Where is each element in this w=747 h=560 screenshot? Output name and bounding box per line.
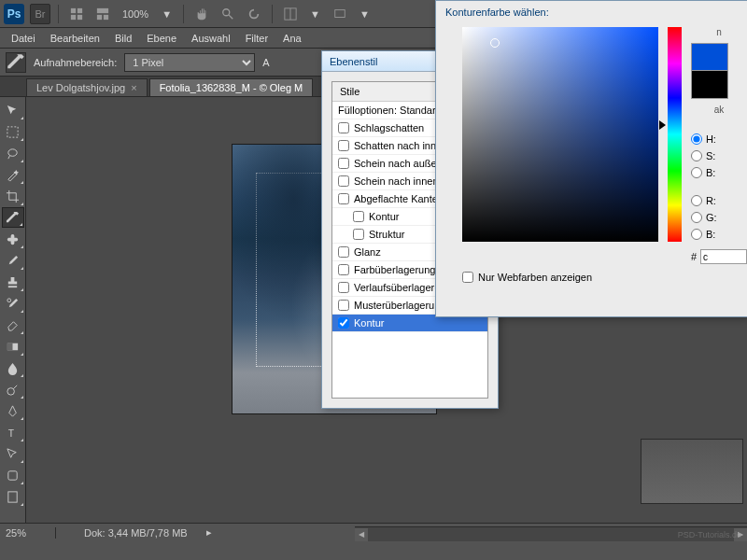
status-zoom[interactable]: 25% <box>0 527 56 539</box>
screen-icon[interactable] <box>330 4 350 24</box>
layout2-icon[interactable] <box>92 4 113 24</box>
notes-tool-icon[interactable] <box>2 486 24 507</box>
current-color-swatch[interactable] <box>691 71 728 99</box>
eyedropper-tool-icon[interactable] <box>2 207 24 228</box>
zoom-value[interactable]: 100% <box>119 8 152 20</box>
style-label: Abgeflachte Kante <box>354 193 438 204</box>
watermark: PSD-Tutorials.de <box>678 530 741 539</box>
style-checkbox[interactable] <box>338 140 349 151</box>
g-radio[interactable]: G: <box>691 212 747 223</box>
b-radio[interactable]: B: <box>691 167 747 178</box>
hex-input-row: # <box>691 249 747 264</box>
akt-label: ak <box>691 105 747 115</box>
lasso-tool-icon[interactable] <box>2 143 24 163</box>
svg-rect-11 <box>335 9 345 17</box>
hand-icon[interactable] <box>191 4 212 24</box>
menu-auswahl[interactable]: Auswahl <box>184 30 238 47</box>
arrange-icon[interactable] <box>280 4 301 24</box>
type-tool-icon[interactable]: T <box>2 422 24 442</box>
hue-slider[interactable] <box>668 27 682 242</box>
style-label: Schatten nach innen <box>354 140 447 151</box>
svg-rect-12 <box>7 126 18 136</box>
chevron-down-icon[interactable]: ▼ <box>356 8 374 20</box>
layout-icon[interactable] <box>66 4 87 24</box>
status-doc-size[interactable]: Dok: 3,44 MB/7,78 MB <box>75 527 197 539</box>
toolbox: T <box>0 97 26 541</box>
dodge-tool-icon[interactable] <box>2 379 24 399</box>
svg-rect-3 <box>78 14 82 19</box>
gradient-tool-icon[interactable] <box>2 336 24 357</box>
style-checkbox[interactable] <box>338 193 349 204</box>
sample-size-select[interactable]: 1 Pixel <box>124 53 255 72</box>
menu-filter[interactable]: Filter <box>238 30 275 47</box>
style-checkbox[interactable] <box>338 300 349 311</box>
b2-radio[interactable]: B: <box>691 229 747 240</box>
wand-tool-icon[interactable] <box>2 164 24 185</box>
style-checkbox[interactable] <box>338 282 349 293</box>
svg-rect-19 <box>7 343 13 350</box>
r-radio[interactable]: R: <box>691 195 747 206</box>
brush-tool-icon[interactable] <box>2 250 24 271</box>
shape-tool-icon[interactable] <box>2 465 24 485</box>
svg-text:T: T <box>8 428 15 439</box>
move-tool-icon[interactable] <box>2 100 24 120</box>
menu-datei[interactable]: Datei <box>4 30 43 47</box>
web-colors-checkbox[interactable] <box>462 272 473 283</box>
eraser-tool-icon[interactable] <box>2 315 24 335</box>
crop-tool-icon[interactable] <box>2 186 24 206</box>
svg-rect-0 <box>71 7 76 12</box>
chevron-down-icon[interactable]: ▼ <box>158 8 176 20</box>
heal-tool-icon[interactable] <box>2 229 24 249</box>
style-label: Musterüberlagerung <box>354 300 445 311</box>
color-field[interactable] <box>462 27 658 242</box>
tab-label: Fotolia_1362838_M - © Oleg M <box>160 82 303 93</box>
style-label: Struktur <box>369 229 405 240</box>
rotate-icon[interactable] <box>244 4 264 24</box>
svg-point-20 <box>7 387 15 395</box>
status-bar: 25% Dok: 3,44 MB/7,78 MB ▸ ◀ ▶ <box>0 523 747 541</box>
new-label: n <box>691 27 747 37</box>
scroll-left-icon[interactable]: ◀ <box>355 528 368 541</box>
style-checkbox[interactable] <box>338 246 349 258</box>
style-checkbox[interactable] <box>353 229 364 240</box>
style-checkbox[interactable] <box>338 317 349 329</box>
style-checkbox[interactable] <box>338 175 349 187</box>
bridge-icon[interactable]: Br <box>30 4 50 24</box>
style-checkbox[interactable] <box>338 264 349 275</box>
svg-point-13 <box>8 148 17 156</box>
doc-tab[interactable]: Fotolia_1362838_M - © Oleg M <box>149 78 314 96</box>
path-tool-icon[interactable] <box>2 443 24 464</box>
hue-arrow-icon[interactable] <box>659 120 666 130</box>
marquee-tool-icon[interactable] <box>2 121 24 142</box>
style-label: Schein nach außen <box>354 158 443 169</box>
stamp-tool-icon[interactable] <box>2 272 24 292</box>
photoshop-logo-icon[interactable]: Ps <box>4 4 24 24</box>
style-checkbox[interactable] <box>338 158 349 169</box>
history-brush-icon[interactable] <box>2 293 24 314</box>
h-radio[interactable]: H: <box>691 133 747 145</box>
eyedropper-icon[interactable] <box>6 52 26 73</box>
doc-tab[interactable]: Lev Dolgatshjov.jpg× <box>26 78 148 96</box>
pen-tool-icon[interactable] <box>2 400 24 421</box>
style-label: Farbüberlagerung <box>354 264 435 275</box>
hex-input[interactable] <box>700 249 747 264</box>
status-arrow-icon[interactable]: ▸ <box>197 526 221 539</box>
style-label: Kontur <box>354 317 384 329</box>
menu-ebene[interactable]: Ebene <box>139 30 184 47</box>
menu-analyse[interactable]: Ana <box>275 30 309 47</box>
style-checkbox[interactable] <box>353 211 364 222</box>
new-color-swatch[interactable] <box>691 43 728 71</box>
chevron-down-icon[interactable]: ▼ <box>306 8 324 20</box>
svg-rect-23 <box>8 491 17 501</box>
menu-bearbeiten[interactable]: Bearbeiten <box>43 30 107 47</box>
style-checkbox[interactable] <box>338 122 349 133</box>
web-colors-row[interactable]: Nur Webfarben anzeigen <box>436 264 747 283</box>
close-icon[interactable]: × <box>131 82 136 93</box>
s-radio[interactable]: S: <box>691 150 747 161</box>
hex-label: # <box>691 251 697 262</box>
menu-bild[interactable]: Bild <box>107 30 139 47</box>
svg-rect-16 <box>8 286 17 287</box>
zoom-icon[interactable] <box>218 4 238 24</box>
blur-tool-icon[interactable] <box>2 357 24 378</box>
navigator-thumb[interactable] <box>641 439 743 504</box>
